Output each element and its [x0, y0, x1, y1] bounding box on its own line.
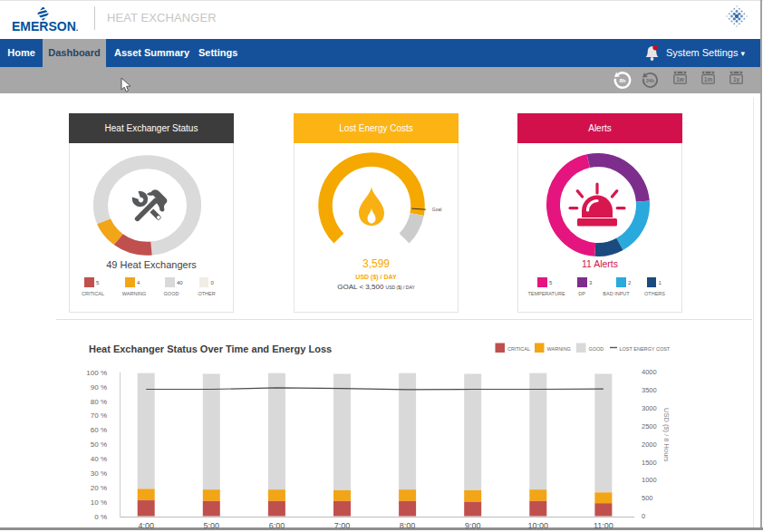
svg-text:90 %: 90 %	[91, 383, 107, 392]
svg-text:Heat Exchanger Status Over Tim: Heat Exchanger Status Over Time and Ener…	[89, 343, 332, 354]
svg-text:100 %: 100 %	[86, 369, 107, 377]
svg-text:9:00: 9:00	[465, 521, 481, 530]
svg-text:50 %: 50 %	[91, 440, 107, 449]
svg-text:80 %: 80 %	[91, 398, 107, 406]
svg-text:2500: 2500	[642, 422, 657, 430]
svg-text:30 %: 30 %	[91, 469, 107, 478]
svg-text:60 %: 60 %	[91, 426, 107, 434]
svg-text:LOST ENERGY COST: LOST ENERGY COST	[620, 346, 671, 352]
svg-text:8h: 8h	[619, 78, 625, 83]
svg-text:1m: 1m	[704, 76, 713, 82]
svg-text:500: 500	[642, 494, 653, 502]
svg-text:4000: 4000	[642, 368, 657, 376]
svg-text:24h: 24h	[646, 78, 654, 83]
svg-text:3500: 3500	[642, 386, 657, 394]
svg-text:WARNING: WARNING	[547, 346, 571, 352]
svg-text:2000: 2000	[642, 440, 657, 449]
svg-text:Goal: Goal	[432, 207, 442, 212]
svg-text:5:00: 5:00	[204, 521, 220, 530]
svg-text:6:00: 6:00	[269, 521, 285, 530]
svg-text:1y: 1y	[733, 76, 740, 83]
svg-text:1500: 1500	[642, 459, 657, 467]
svg-text:CRITICAL: CRITICAL	[507, 346, 530, 352]
svg-text:1w: 1w	[676, 76, 685, 82]
svg-text:7:00: 7:00	[334, 521, 351, 530]
svg-text:8:00: 8:00	[400, 521, 416, 530]
svg-text:10:00: 10:00	[528, 521, 549, 530]
svg-text:40 %: 40 %	[91, 455, 107, 463]
svg-text:3000: 3000	[642, 404, 657, 412]
svg-text:USD ($) / 8 Hours: USD ($) / 8 Hours	[662, 408, 671, 462]
svg-text:1000: 1000	[642, 476, 657, 484]
svg-text:GOOD: GOOD	[589, 346, 604, 352]
svg-text:4:00: 4:00	[138, 521, 154, 530]
svg-text:70 %: 70 %	[91, 411, 107, 420]
svg-text:11:00: 11:00	[594, 521, 613, 530]
svg-text:0: 0	[642, 512, 645, 520]
svg-text:10 %: 10 %	[91, 498, 107, 507]
svg-text:20 %: 20 %	[91, 484, 107, 492]
svg-text:0 %: 0 %	[94, 513, 107, 521]
